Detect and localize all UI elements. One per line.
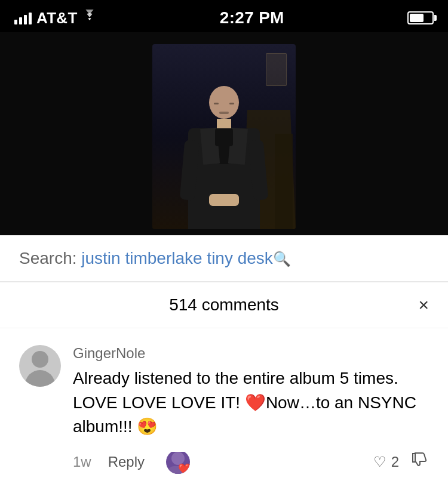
comment-text: Already listened to the entire album 5 t… (73, 366, 429, 439)
comment-actions: ♡ 2 (373, 451, 429, 472)
battery-icon (407, 11, 434, 24)
time-display: 2:27 PM (220, 8, 284, 27)
comments-section: 514 comments × GingerNole Already listen… (0, 282, 448, 493)
video-player[interactable] (0, 32, 448, 235)
like-button[interactable]: ♡ 2 (373, 454, 399, 470)
search-bar[interactable]: Search: justin timberlake tiny desk🔍 (0, 235, 448, 281)
carrier-label: AT&T (36, 9, 78, 27)
comments-header: 514 comments × (0, 282, 448, 328)
comment-item: GingerNole Already listened to the entir… (0, 328, 448, 483)
avatar (19, 345, 61, 387)
signal-icon (14, 11, 32, 24)
search-label: Search: (19, 249, 81, 267)
heart-emoji: ❤️ (178, 463, 190, 474)
comment-time: 1w (73, 454, 91, 470)
status-left: AT&T (14, 9, 97, 27)
reply-button[interactable]: Reply (108, 454, 145, 470)
reply-avatar[interactable]: ❤️ (166, 450, 190, 474)
comment-content: GingerNole Already listened to the entir… (73, 345, 429, 474)
dislike-button[interactable] (411, 451, 429, 472)
wifi-icon (82, 10, 97, 26)
comments-count: 514 comments (169, 295, 279, 315)
heart-icon: ♡ (373, 454, 386, 470)
search-query[interactable]: justin timberlake tiny desk (81, 249, 273, 267)
comment-footer: 1w Reply ❤️ ♡ 2 (73, 450, 429, 474)
search-icon: 🔍 (273, 251, 291, 267)
video-scene (0, 32, 448, 235)
close-button[interactable]: × (418, 295, 429, 315)
status-right (407, 11, 434, 24)
like-count: 2 (391, 454, 399, 470)
comment-username[interactable]: GingerNole (73, 345, 429, 362)
status-bar: AT&T 2:27 PM (0, 0, 448, 32)
